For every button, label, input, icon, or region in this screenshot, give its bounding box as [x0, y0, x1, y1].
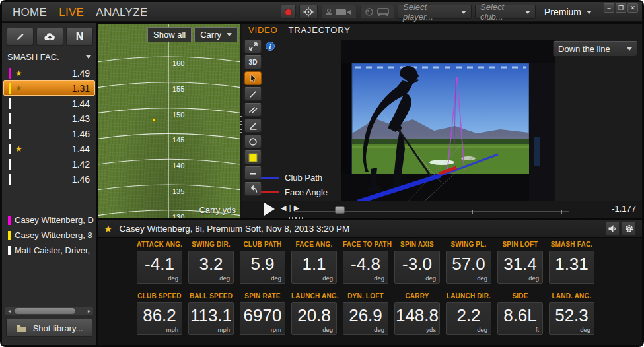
shot-row[interactable]: 1.46 [3, 126, 95, 141]
color-swatch-icon [248, 153, 258, 162]
video-frame[interactable] [341, 40, 555, 205]
tab-video[interactable]: VIDEO [248, 25, 277, 35]
shot-color-bar [9, 174, 11, 185]
metric-tile: BALL SPEED113.1mph [188, 292, 234, 335]
play-button[interactable] [264, 203, 275, 216]
minimize-button[interactable]: – [604, 3, 614, 13]
yardage-arc [98, 185, 240, 191]
metric-value-box: 148.8yds [394, 302, 440, 335]
select-club-dropdown[interactable]: Select club... [475, 5, 536, 19]
tool-eraser-button[interactable] [244, 166, 262, 180]
edit-button[interactable] [7, 28, 34, 46]
tool-angle-button[interactable] [244, 119, 262, 133]
player-list-item[interactable]: Casey Wittenberg, D [3, 212, 96, 228]
metric-value: 2.2 [447, 305, 491, 326]
tool-3d-button[interactable]: 3D [244, 55, 262, 69]
restore-button[interactable]: ❐ [616, 3, 626, 13]
yardage-arc [98, 159, 240, 165]
scrollbar-thumb[interactable] [15, 308, 75, 314]
show-all-button[interactable]: Show all [147, 27, 192, 42]
premium-dropdown[interactable]: Premium [539, 5, 594, 19]
star-icon[interactable]: ★ [104, 223, 112, 235]
shot-landing-marker[interactable] [152, 118, 155, 121]
metric-unit: mph [218, 326, 230, 333]
metric-value-box: 2.2deg [446, 302, 491, 335]
scroll-left-icon[interactable]: ◄ [5, 307, 13, 315]
metric-unit: deg [580, 326, 590, 333]
metric-value-box: 1.1deg [291, 251, 337, 284]
metric-value: 86.2 [137, 305, 182, 326]
metric-selector[interactable]: SMASH FAC. [5, 49, 94, 64]
app-window: HOMELIVEANALYZE Select player... [0, 0, 644, 347]
double-line-icon [248, 106, 258, 115]
player-list-item[interactable]: Matt Caister, Driver, [3, 243, 96, 258]
tool-double-line-button[interactable] [244, 103, 262, 117]
expand-icon [248, 42, 258, 51]
player-list: Casey Wittenberg, DCasey Wittenberg, 8Ma… [3, 212, 96, 258]
tab-home[interactable]: HOME [9, 4, 51, 21]
tool-undo-button[interactable] [244, 182, 262, 196]
yardage-label: 155 [172, 85, 184, 93]
info-icon[interactable]: i [266, 42, 275, 51]
star-icon: ★ [15, 84, 25, 93]
legend-label: Face Angle [285, 187, 328, 197]
tool-expand-button[interactable] [244, 40, 262, 53]
normalize-button[interactable]: N [66, 28, 93, 46]
metric-tile: SPIN LOFT31.4deg [497, 241, 543, 284]
metric-value-box: 31.4deg [497, 251, 543, 284]
range-metric-dropdown[interactable]: Carry [194, 27, 238, 42]
settings-button[interactable] [622, 222, 636, 236]
camera-angle-label: Down the line [558, 44, 610, 54]
yardage-label: 150 [172, 111, 184, 119]
tool-cursor-button[interactable] [244, 71, 262, 85]
projector-group[interactable] [360, 5, 394, 19]
tab-live[interactable]: LIVE [55, 4, 88, 21]
range-view[interactable]: 160155150145140135130 Show all Carry Car… [98, 24, 240, 218]
range-metric-label: Carry [200, 30, 221, 40]
transport-grip-icon[interactable] [289, 217, 304, 219]
select-player-dropdown[interactable]: Select player... [398, 5, 472, 19]
metric-unit: ft [536, 326, 539, 333]
player-label: Casey Wittenberg, 8 [15, 230, 92, 240]
shot-row[interactable]: 1.43 [3, 111, 95, 126]
camera-group[interactable] [321, 5, 357, 19]
shot-row[interactable]: 1.44 [3, 96, 95, 111]
metric-value: 26.9 [343, 305, 388, 326]
yardage-label: 160 [172, 59, 184, 67]
metrics-row-2: CLUB SPEED86.2mphBALL SPEED113.1mphSPIN … [137, 292, 594, 335]
shot-row[interactable]: ★1.44 [3, 141, 95, 156]
horizontal-scrollbar[interactable]: ◄ ► [5, 307, 94, 315]
yardage-label: 135 [172, 187, 184, 195]
player-list-item[interactable]: Casey Wittenberg, 8 [3, 228, 96, 243]
metric-label: BALL SPEED [188, 292, 234, 302]
record-button[interactable] [281, 5, 296, 19]
shot-row[interactable]: ★1.49 [3, 65, 95, 80]
close-button[interactable]: ✕ [627, 3, 638, 13]
cloud-upload-button[interactable] [36, 28, 63, 46]
metric-unit: deg [374, 274, 384, 282]
shot-list: ★1.49★1.311.441.431.46★1.441.421.46 [3, 65, 95, 187]
shot-row[interactable]: 1.42 [3, 156, 95, 172]
yardage-label: 140 [172, 162, 184, 170]
tab-trajectory[interactable]: TRAJECTORY [288, 25, 350, 35]
tab-analyze[interactable]: ANALYZE [92, 4, 151, 21]
shot-row[interactable]: 1.46 [3, 172, 95, 187]
scroll-right-icon[interactable]: ► [85, 307, 93, 315]
metric-value: -4.1 [137, 254, 182, 274]
metric-tile: DYN. LOFT26.9deg [343, 292, 388, 335]
yardage-label: 145 [172, 136, 184, 144]
shot-row[interactable]: ★1.31 [3, 80, 95, 96]
video-scrubber-thumb[interactable] [335, 206, 345, 214]
metric-unit: deg [168, 274, 178, 282]
lens-icon [365, 7, 374, 16]
camera-angle-dropdown[interactable]: Down the line [553, 41, 637, 57]
metric-value: -3.0 [395, 254, 439, 274]
shot-library-button[interactable]: Shot library... [6, 319, 92, 337]
tool-color-swatch-button[interactable] [244, 150, 262, 164]
mute-button[interactable] [605, 222, 620, 236]
tracking-button[interactable] [299, 5, 318, 19]
tool-line-button[interactable] [244, 87, 262, 101]
shot-color-bar [9, 144, 11, 154]
metric-label: LAND. ANG. [549, 292, 594, 302]
tool-circle-button[interactable] [244, 135, 262, 148]
